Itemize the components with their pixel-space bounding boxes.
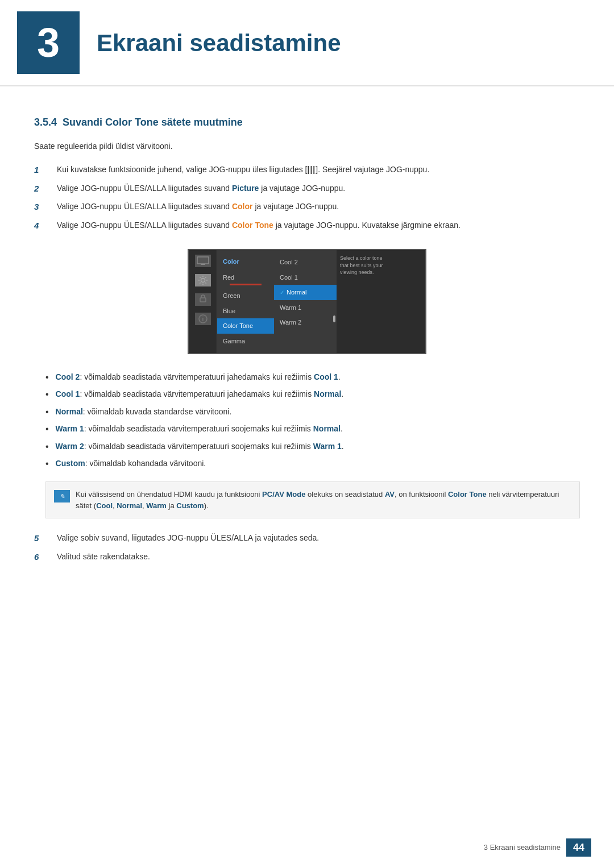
step-number-4: 4	[34, 219, 57, 232]
menu-item-colortone: Color Tone	[217, 318, 274, 334]
bullet-warm2: • Warm 2: võimaldab seadistada värvitemp…	[45, 441, 580, 453]
menu-header: Color	[217, 255, 274, 270]
screen-help-text: Select a color tone that best suits your…	[337, 250, 393, 353]
settings-icon	[195, 274, 211, 286]
red-slider	[230, 284, 262, 285]
chapter-title: Ekraani seadistamine	[97, 25, 341, 61]
menu-item-red: Red	[217, 270, 274, 289]
section-heading: 3.5.4 Suvandi Color Tone sätete muutmine	[34, 115, 580, 130]
step-6: 6 Valitud säte rakendatakse.	[34, 551, 580, 564]
page-header: 3 Ekraani seadistamine	[0, 0, 614, 86]
step-text-3: Valige JOG-nuppu ÜLES/ALLA liigutades su…	[57, 201, 580, 213]
intro-text: Saate reguleerida pildi üldist värvitoon…	[34, 140, 580, 152]
step-number-1: 1	[34, 164, 57, 177]
bullet-custom: • Custom: võimaldab kohandada värvitooni…	[45, 458, 580, 470]
svg-rect-1	[201, 264, 205, 265]
steps-list: 1 Kui kuvatakse funktsioonide juhend, va…	[34, 164, 580, 232]
monitor-icon	[195, 255, 211, 267]
step-4: 4 Valige JOG-nuppu ÜLES/ALLA liigutades …	[34, 219, 580, 232]
step-text-5: Valige sobiv suvand, liigutades JOG-nupp…	[57, 532, 580, 544]
bullet-warm1: • Warm 1: võimaldab seadistada värvitemp…	[45, 423, 580, 435]
note-box: ✎ Kui välissisend on ühendatud HDMI kaud…	[45, 481, 580, 518]
gear-icon	[195, 293, 211, 306]
screen-mockup-container: i Color Red Green Blue Color Tone Gamma	[34, 249, 580, 354]
bullet-normal: • Normal: võimaldab kuvada standardse vä…	[45, 406, 580, 418]
chapter-number: 3	[17, 11, 80, 74]
step-number-3: 3	[34, 201, 57, 214]
bullet-cool2: • Cool 2: võimaldab seadistada värvitemp…	[45, 371, 580, 384]
footer-chapter-text: 3 Ekraani seadistamine	[484, 842, 561, 853]
step-number-5: 5	[34, 532, 57, 545]
svg-point-2	[201, 279, 205, 283]
check-icon: ✓	[280, 288, 284, 297]
step-text-1: Kui kuvatakse funktsioonide juhend, vali…	[57, 164, 580, 176]
submenu-cool2: Cool 2	[274, 255, 337, 270]
svg-rect-3	[200, 298, 206, 302]
note-text: Kui välissisend on ühendatud HDMI kaudu …	[76, 489, 571, 511]
menu-item-gamma: Gamma	[217, 334, 274, 349]
main-content: 3.5.4 Suvandi Color Tone sätete muutmine…	[0, 86, 614, 620]
submenu-warm2: Warm 2	[274, 315, 337, 330]
step-3: 3 Valige JOG-nuppu ÜLES/ALLA liigutades …	[34, 201, 580, 214]
screen-submenu: Cool 2 Cool 1 ✓ Normal Warm 1 Warm 2	[274, 250, 337, 353]
submenu-normal: ✓ Normal	[274, 285, 337, 300]
step-text-2: Valige JOG-nuppu ÜLES/ALLA liigutades su…	[57, 182, 580, 194]
screen-mockup: i Color Red Green Blue Color Tone Gamma	[188, 249, 426, 354]
step-text-6: Valitud säte rakendatakse.	[57, 551, 580, 563]
scroll-indicator	[333, 315, 335, 322]
bullet-cool1: • Cool 1: võimaldab seadistada värvitemp…	[45, 388, 580, 401]
page-footer: 3 Ekraani seadistamine 44	[484, 838, 591, 857]
step-1: 1 Kui kuvatakse funktsioonide juhend, va…	[34, 164, 580, 177]
screen-menu: Color Red Green Blue Color Tone Gamma	[217, 250, 274, 353]
menu-item-blue: Blue	[217, 304, 274, 319]
screen-sidebar: i	[189, 250, 217, 353]
submenu-warm1: Warm 1	[274, 300, 337, 315]
steps-list-2: 5 Valige sobiv suvand, liigutades JOG-nu…	[34, 532, 580, 563]
bullet-list: • Cool 2: võimaldab seadistada värvitemp…	[45, 371, 580, 470]
step-5: 5 Valige sobiv suvand, liigutades JOG-nu…	[34, 532, 580, 545]
footer-page-number: 44	[566, 838, 591, 857]
step-text-4: Valige JOG-nuppu ÜLES/ALLA liigutades su…	[57, 219, 580, 231]
info-icon: i	[195, 313, 211, 325]
step-number-6: 6	[34, 551, 57, 564]
menu-item-green: Green	[217, 288, 274, 304]
step-number-2: 2	[34, 182, 57, 196]
svg-rect-0	[197, 257, 209, 264]
submenu-cool1: Cool 1	[274, 270, 337, 285]
step-2: 2 Valige JOG-nuppu ÜLES/ALLA liigutades …	[34, 182, 580, 196]
svg-text:i: i	[202, 316, 204, 322]
note-icon: ✎	[54, 490, 70, 502]
